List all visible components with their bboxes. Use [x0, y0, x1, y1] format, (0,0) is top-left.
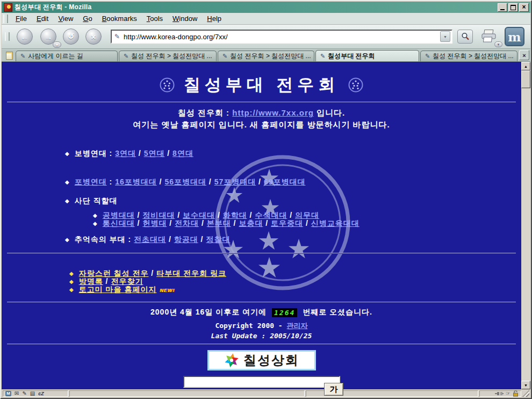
menu-file[interactable]: File [11, 13, 32, 24]
link-separator: / [103, 277, 111, 286]
menu-bookmarks[interactable]: Bookmarks [97, 13, 142, 24]
page-link[interactable]: 의무대 [295, 211, 319, 219]
online-plug-icon[interactable] [495, 391, 504, 396]
close-icon: × [522, 52, 526, 59]
mozilla-throbber[interactable]: m [505, 27, 524, 46]
page-link[interactable]: 공병대대 [103, 211, 135, 219]
search-button[interactable] [457, 30, 473, 44]
seven-star-emblem-icon [348, 77, 364, 93]
scroll-down-button[interactable]: ▼ [521, 381, 530, 389]
menu-help[interactable]: Help [202, 13, 226, 24]
bullet-icon: ◆ [93, 220, 98, 226]
close-tab-button[interactable]: × [519, 50, 529, 60]
link-separator: / [231, 219, 239, 227]
tab-5[interactable]: ✎ 칠성 전우회 > 칠성전망대 ... [420, 51, 517, 61]
reload-button[interactable]: ↺ [63, 28, 79, 45]
menu-view[interactable]: View [53, 13, 78, 24]
page-link[interactable]: 보충대 [239, 219, 263, 227]
maximize-button[interactable] [508, 3, 518, 12]
link-separator: / [135, 211, 143, 219]
webpage: 칠성부대 전우회 칠성 전우회 : http://www.7xx.org 입니다… [2, 62, 521, 389]
print-button[interactable] [480, 29, 498, 43]
scrollbar-thumb[interactable] [521, 70, 530, 88]
caret-down-icon: ▼ [497, 43, 500, 46]
page-link[interactable]: 수색대대 [255, 211, 287, 219]
division-links-1: 공병대대 / 정비대대 / 보수대대 / 화학대 / 수색대대 / 의무대 [103, 211, 319, 219]
bullet-icon: ◆ [65, 151, 70, 156]
page-link[interactable]: 전차대 [175, 219, 199, 227]
tab-1[interactable]: ✎ 사람에게 이르는 길 [16, 51, 118, 61]
url-history-dropdown[interactable]: ▼ [440, 31, 450, 42]
counter-text: 번째로 오셨습니다. [303, 308, 372, 316]
minimize-button[interactable] [498, 3, 507, 12]
menu-window[interactable]: Window [168, 13, 202, 24]
tab-4-active[interactable]: ✎ 칠성부대 전우회 [315, 50, 419, 61]
print-dropdown[interactable]: ▼ [494, 41, 502, 47]
menu-go[interactable]: Go [78, 13, 97, 24]
old-homepage-link[interactable]: http://www.7xx.org [232, 108, 314, 117]
tab-3[interactable]: ✎ 칠성 전우회 > 칠성전망대 ... [218, 51, 314, 61]
page-link[interactable]: 방명록 [79, 277, 103, 286]
maximize-icon [511, 5, 516, 10]
ime-indicator[interactable]: 가 [324, 383, 343, 396]
close-button[interactable]: × [519, 3, 529, 12]
resize-grip[interactable] [522, 390, 529, 397]
stop-button[interactable]: × [85, 28, 102, 45]
back-button[interactable]: ← [17, 28, 33, 45]
link-separator: / [175, 211, 183, 219]
menu-bar: File Edit View Go Bookmarks Tools Window… [2, 13, 530, 25]
title-bar[interactable]: 칠성부대 전우회 - Mozilla × [2, 2, 530, 13]
page-link[interactable]: 16포병대대 [115, 177, 157, 186]
addressbook-icon[interactable]: ▤ [30, 391, 35, 396]
tab-2[interactable]: ✎ 칠성 전우회 > 칠성전망대 ... [119, 51, 217, 61]
url-input[interactable] [123, 32, 440, 41]
mail-icon[interactable]: ✉ [15, 391, 19, 396]
seven-star-emblem-icon [159, 77, 175, 93]
menu-tools[interactable]: Tools [142, 13, 168, 24]
minimize-icon [500, 9, 505, 10]
intro-line-2: 여기는 옛날 홈페이지 입니다. 새 홈페이지를 방문하시기 바랍니다. [2, 120, 521, 130]
chilsung-store-banner[interactable]: 칠성상회 [207, 350, 316, 370]
page-link[interactable]: 통신대대 [103, 219, 135, 227]
page-link[interactable]: 69포병대대 [264, 177, 306, 186]
forward-icon: → [45, 32, 53, 41]
page-link[interactable]: 화학대 [223, 211, 247, 219]
menu-edit[interactable]: Edit [32, 13, 53, 24]
admin-link[interactable]: 관리자 [287, 322, 308, 330]
new-tab-button[interactable] [4, 51, 15, 61]
counter-text: 2000년 4월 16일 이후로 여기에 [150, 308, 267, 316]
scroll-up-button[interactable]: ▲ [521, 62, 530, 70]
page-link[interactable]: 전초대대 [134, 235, 166, 244]
toolbar-grippy[interactable] [5, 32, 10, 41]
hand-cursor-icon[interactable]: ☞ [506, 391, 511, 396]
chatzilla-icon[interactable]: cZ [38, 391, 44, 396]
composer-icon[interactable]: ✎ [22, 391, 26, 396]
page-link[interactable]: 정비대대 [142, 211, 175, 219]
page-form-input[interactable] [183, 376, 340, 388]
link-separator: / [215, 211, 223, 219]
page-link[interactable]: 항공대 [174, 235, 198, 244]
page-link[interactable]: 토고미 마을 홈페이지 [79, 285, 157, 294]
page-link[interactable]: 본부대 [207, 219, 231, 227]
menubar-grippy[interactable] [3, 15, 8, 23]
vertical-scrollbar[interactable]: ▲ ▼ [521, 62, 530, 389]
page-link[interactable]: 보수대대 [183, 211, 215, 219]
page-link[interactable]: 자랑스런 칠성 전우 [79, 269, 149, 277]
page-link[interactable]: 8연대 [172, 149, 193, 158]
page-link[interactable]: 57포병대대 [214, 177, 256, 186]
page-link[interactable]: 56포병대대 [164, 177, 206, 186]
artillery-label-link[interactable]: 포병연대 [75, 177, 107, 186]
page-link[interactable]: 3연대 [115, 149, 136, 158]
page-link[interactable]: 헌병대 [142, 219, 167, 227]
page-link[interactable]: 토우중대 [271, 219, 303, 227]
security-lock-icon[interactable] [513, 390, 519, 397]
section-label: 보병연대 [75, 149, 107, 158]
page-link[interactable]: 5연대 [144, 149, 165, 158]
page-link[interactable]: 정찰대 [206, 235, 230, 244]
navigator-icon[interactable]: M [5, 391, 11, 396]
section-separator: : [126, 235, 134, 244]
page-link[interactable]: 타부대 전우회 링크 [156, 269, 226, 277]
page-link[interactable]: 전우찾기 [111, 277, 143, 286]
page-link[interactable]: 신병교육대대 [311, 219, 360, 227]
forward-history-dropdown[interactable]: ▼ [53, 41, 61, 48]
